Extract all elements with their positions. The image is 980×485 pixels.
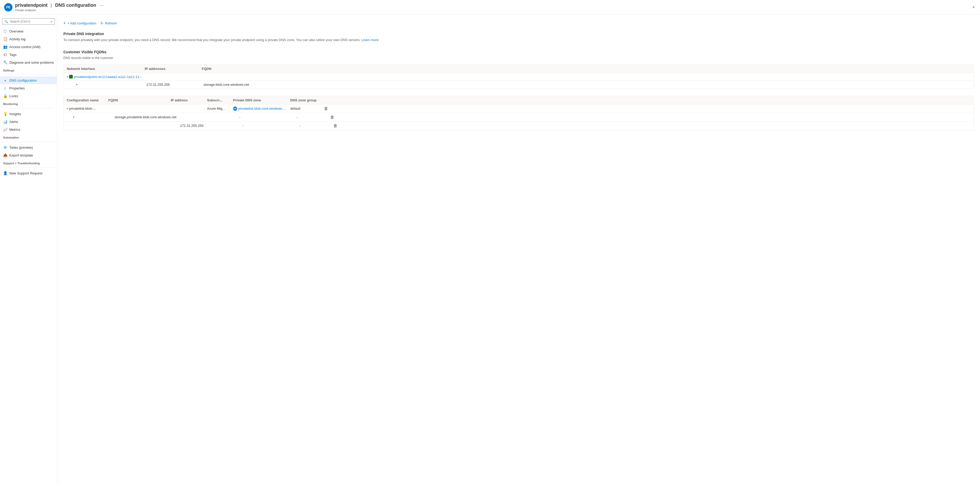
access-control-icon: 👥: [3, 45, 7, 49]
config-table-child-row-1: ▾ storage.privatelink.blob.core.windows.…: [64, 113, 974, 122]
customer-visible-fqdns-section: Customer Visible FQDNs DNS records visib…: [64, 50, 974, 89]
child2-delete-cell: 🗑: [333, 123, 344, 128]
nic-link[interactable]: privateendpoint.nic111aaaa1-a1a1-1a11-11…: [74, 75, 142, 79]
search-box[interactable]: 🔍 «: [2, 18, 55, 25]
sidebar-item-label: Access control (IAM): [10, 45, 41, 49]
settings-divider: [3, 75, 54, 75]
config-name-text: privatelink-blob-...: [69, 107, 96, 110]
sidebar-item-activity-log[interactable]: 📋 Activity log: [0, 35, 57, 43]
child2-ip-cell: 172.31.255.255: [180, 124, 216, 128]
header: PE privatendpoint | DNS configuration ··…: [0, 0, 980, 14]
sidebar-item-label: Insights: [10, 112, 21, 116]
delete-button-3[interactable]: 🗑: [333, 123, 337, 128]
automation-section-label: Automation: [0, 133, 57, 140]
fqdn-table-child-row: ▾ 172.31.255.255 storage.blob.core.windo…: [64, 81, 974, 88]
config-dns-zone-cell: PE privatelink.blob.core.windows....: [233, 107, 290, 111]
customer-visible-fqdns-title: Customer Visible FQDNs: [64, 50, 974, 54]
refresh-icon: ↻: [100, 21, 103, 25]
sidebar-item-label: Export template: [10, 153, 33, 157]
child1-delete-cell: 🗑: [330, 115, 340, 120]
child-network-cell: ▾: [76, 83, 146, 86]
settings-section-label: Settings: [0, 66, 57, 73]
header-subtitle: Private endpoint: [15, 9, 971, 12]
avatar: PE: [4, 3, 13, 11]
config-table-child-row-2: 172.31.255.255 - - 🗑: [64, 122, 974, 130]
sidebar-item-metrics[interactable]: 📈 Metrics: [0, 126, 57, 133]
refresh-label: Refresh: [105, 21, 117, 25]
sidebar-item-alerts[interactable]: 📊 Alerts: [0, 118, 57, 126]
sidebar-item-tasks[interactable]: ⚙ Tasks (preview): [0, 144, 57, 151]
insights-icon: 💡: [3, 112, 7, 116]
sidebar-item-label: DNS configuration: [10, 78, 37, 82]
learn-more-link[interactable]: Learn more: [361, 38, 379, 42]
sidebar-item-export-template[interactable]: 📥 Export template: [0, 151, 57, 159]
configurations-section: Configuration name FQDN IP address Subsc…: [64, 96, 974, 130]
monitoring-section-label: Monitoring: [0, 100, 57, 107]
child-fqdn-cell: storage.blob.core.windows.net: [204, 83, 970, 86]
child1-dns-zone-cell: -: [239, 115, 296, 119]
fqdn-table: Network Interface IP addresses FQDN ▾ pr…: [64, 64, 974, 89]
sidebar-item-label: New Support Request: [10, 171, 42, 175]
close-button[interactable]: ×: [971, 4, 976, 11]
refresh-button[interactable]: ↻ Refresh: [100, 20, 117, 26]
col-config-name: Configuration name: [67, 98, 108, 102]
private-dns-integration-desc: To connect privately with your private e…: [64, 37, 974, 43]
sidebar-item-tags[interactable]: 🏷 Tags: [0, 51, 57, 59]
sidebar-item-insights[interactable]: 💡 Insights: [0, 110, 57, 118]
nic-icon: [69, 75, 73, 78]
header-separator: |: [51, 3, 53, 8]
child2-zone-group-cell: -: [299, 124, 333, 128]
config-zone-group-cell: default: [290, 107, 324, 110]
tags-icon: 🏷: [3, 53, 7, 57]
sidebar-item-label: Activity log: [10, 37, 25, 41]
child1-config-name: ▾: [73, 116, 115, 118]
monitoring-divider: [3, 108, 54, 108]
support-icon: 👤: [3, 171, 7, 175]
col-private-dns-zone: Private DNS zone: [233, 98, 290, 102]
config-delete-cell: 🗑: [324, 106, 334, 111]
chevron-down-icon[interactable]: ▾: [67, 75, 68, 78]
activity-log-icon: 📋: [3, 37, 7, 41]
search-input[interactable]: [10, 20, 49, 23]
collapse-button[interactable]: «: [51, 19, 52, 23]
main-layout: 🔍 « ⬡ Overview 📋 Activity log 👥 Access c…: [0, 14, 980, 485]
resource-name: privatendpoint: [15, 3, 48, 8]
overview-icon: ⬡: [3, 29, 7, 33]
dns-config-icon: ●: [3, 78, 7, 82]
sidebar-item-access-control[interactable]: 👥 Access control (IAM): [0, 43, 57, 51]
tasks-icon: ⚙: [3, 145, 7, 150]
sidebar-item-dns-configuration[interactable]: ● DNS configuration: [0, 77, 57, 84]
customer-visible-fqdns-desc: DNS records visible to the customer: [64, 56, 974, 60]
properties-icon: ⫿: [3, 86, 7, 90]
alerts-icon: 📊: [3, 120, 7, 124]
sidebar-item-new-support[interactable]: 👤 New Support Request: [0, 169, 57, 177]
add-configuration-button[interactable]: + + Add configuration: [64, 20, 96, 27]
private-dns-integration-title: Private DNS integration: [64, 32, 974, 36]
col-actions: [324, 98, 334, 102]
sidebar-item-label: Locks: [10, 94, 18, 98]
fqdn-table-row: ▾ privateendpoint.nic111aaaa1-a1a1-1a11-…: [64, 73, 974, 81]
locks-icon: 🔒: [3, 94, 7, 98]
chevron-config-icon[interactable]: ▾: [67, 107, 68, 110]
sidebar-item-label: Properties: [10, 86, 25, 90]
sidebar-item-locks[interactable]: 🔒 Locks: [0, 92, 57, 100]
delete-button-2[interactable]: 🗑: [330, 115, 334, 119]
sidebar-item-label: Metrics: [10, 128, 20, 131]
sidebar-item-label: Overview: [10, 29, 23, 33]
col-ip-address: IP address: [171, 98, 207, 102]
export-icon: 📥: [3, 153, 7, 157]
config-table-header: Configuration name FQDN IP address Subsc…: [64, 96, 974, 104]
sidebar-item-properties[interactable]: ⫿ Properties: [0, 84, 57, 92]
sidebar-item-overview[interactable]: ⬡ Overview: [0, 27, 57, 35]
dns-zone-link[interactable]: privatelink.blob.core.windows....: [238, 107, 286, 110]
config-table: Configuration name FQDN IP address Subsc…: [64, 96, 974, 130]
delete-button-1[interactable]: 🗑: [324, 106, 328, 111]
chevron-child-icon[interactable]: ▾: [73, 116, 74, 118]
chevron-down-icon-2[interactable]: ▾: [76, 83, 78, 86]
config-subscription-cell: Azure Mig...: [207, 107, 233, 110]
header-ellipsis-menu[interactable]: ···: [100, 3, 103, 8]
config-table-row-parent: ▾ privatelink-blob-... Azure Mig... PE p…: [64, 104, 974, 113]
sidebar-item-diagnose[interactable]: 🔧 Diagnose and solve problems: [0, 59, 57, 66]
page-title: DNS configuration: [55, 3, 96, 8]
header-title-group: privatendpoint | DNS configuration ··· P…: [15, 3, 971, 12]
